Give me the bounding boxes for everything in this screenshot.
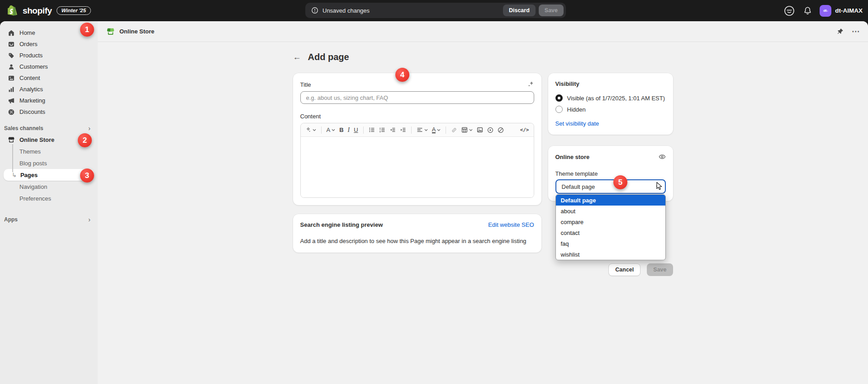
dropdown-option-faq[interactable]: faq [556,238,665,249]
discounts-icon [8,108,15,116]
sidebar-item-label: Preferences [19,195,51,202]
image-icon[interactable] [477,127,483,133]
indent-icon[interactable] [400,127,406,133]
sidekick-icon[interactable] [783,5,795,17]
chevron-right-icon[interactable]: › [88,216,90,223]
sidebar-item-label: Content [19,75,40,81]
title-input[interactable] [300,91,534,104]
magic-wand-icon[interactable] [305,127,316,133]
seo-description: Add a title and description to see how t… [300,237,534,245]
page-footer-actions: Cancel Save [293,263,673,276]
annotation-badge-3: 3 [80,169,94,183]
sidebar-item-navigation[interactable]: Navigation [4,181,94,192]
set-visibility-date-link[interactable]: Set visibility date [555,120,599,127]
magic-sparkle-icon[interactable] [527,81,534,88]
sales-channels-label: Sales channels [4,125,43,131]
sales-channels-header: Sales channels › [0,123,94,134]
rich-text-editor: A B I U [300,123,534,198]
back-arrow-icon[interactable]: ← [293,53,301,61]
video-icon[interactable] [487,127,493,133]
text-style-icon[interactable]: A [327,127,336,133]
alert-icon [311,7,318,14]
page-title: Add page [308,52,349,62]
unsaved-changes-bar: Unsaved changes Discard Save [305,3,566,18]
chevron-down-icon [469,129,473,131]
content-header: Online Store ⋯ [98,21,868,42]
numbered-list-icon[interactable] [379,127,385,133]
notifications-bell-icon[interactable] [803,6,812,15]
sidebar-item-products[interactable]: Products [4,50,94,61]
sidebar-item-orders[interactable]: Orders [4,38,94,50]
sidebar-item-label: Analytics [19,86,43,93]
dropdown-option-compare[interactable]: compare [556,216,665,227]
avatar: dt- [820,5,831,17]
online-store-heading: Online store [555,154,590,160]
sidebar-item-themes[interactable]: Themes [4,145,94,157]
sidebar-item-marketing[interactable]: Marketing [4,95,94,106]
discard-button[interactable]: Discard [503,5,536,16]
screen: shopify Winter '25 Unsaved changes Disca… [0,0,868,384]
annotation-badge-5: 5 [613,175,627,189]
sidebar-item-discounts[interactable]: Discounts [4,106,94,117]
content-textarea[interactable] [301,137,534,197]
text-color-icon[interactable]: A [432,126,441,134]
save-button[interactable]: Save [647,263,673,276]
seo-heading: Search engine listing preview [300,221,383,228]
sidebar-item-blog-posts[interactable]: Blog posts [4,157,94,169]
seo-card: Search engine listing preview Edit websi… [293,214,541,253]
visibility-hidden-option[interactable]: Hidden [555,105,666,114]
edit-website-seo-link[interactable]: Edit website SEO [488,221,534,228]
dropdown-option-about[interactable]: about [556,206,665,216]
dropdown-option-default-page[interactable]: Default page [556,195,665,206]
dropdown-option-contact[interactable]: contact [556,227,665,238]
sidebar-item-customers[interactable]: Customers [4,61,94,72]
overflow-menu-icon[interactable]: ⋯ [852,27,860,36]
topbar: shopify Winter '25 Unsaved changes Disca… [0,0,868,21]
sidebar-item-label: Products [19,52,43,59]
underline-icon[interactable]: U [354,127,358,133]
code-icon[interactable]: </> [520,127,529,132]
customers-icon [8,63,15,70]
clear-formatting-icon[interactable] [498,127,504,133]
visibility-heading: Visibility [555,80,666,87]
outdent-icon[interactable] [389,127,396,133]
cancel-button[interactable]: Cancel [608,263,640,276]
chevron-right-icon[interactable]: › [88,125,90,132]
save-button-top[interactable]: Save [539,5,564,16]
chevron-down-icon [313,129,316,131]
table-icon[interactable] [461,127,473,133]
bulleted-list-icon[interactable] [369,127,375,133]
nav-tree-line [12,144,13,172]
sidebar-item-label: Online Store [19,136,54,143]
editor-toolbar: A B I U [301,123,534,137]
mouse-cursor [655,182,664,192]
sidebar-item-analytics[interactable]: Analytics [4,84,94,95]
italic-icon[interactable]: I [348,127,350,133]
sidebar-item-preferences[interactable]: Preferences [4,192,94,204]
sidebar-item-label: Home [19,29,35,36]
sidebar-item-label: Orders [19,41,38,47]
app-shell: Home Orders Products Customers Content A… [0,21,868,384]
pin-icon[interactable] [836,28,844,35]
apps-label: Apps [4,216,18,223]
visibility-visible-option[interactable]: Visible (as of 1/7/2025, 1:01 AM EST) [555,94,666,103]
account-menu[interactable]: dt- dt-AIMAX [820,5,863,17]
shopify-logo[interactable]: shopify Winter '25 [7,0,91,21]
return-arrow-icon: ↳ [12,172,17,178]
visibility-card: Visibility Visible (as of 1/7/2025, 1:01… [548,73,673,135]
eye-icon[interactable] [659,153,666,160]
dropdown-option-wishlist[interactable]: wishlist [556,249,665,260]
theme-template-label: Theme template [555,170,666,178]
link-icon[interactable] [451,127,457,133]
bold-icon[interactable]: B [339,127,343,133]
sidebar-item-content[interactable]: Content [4,72,94,84]
analytics-icon [8,86,15,93]
theme-template-select[interactable]: Default page [555,179,666,194]
chevron-down-icon [424,129,428,131]
alignment-icon[interactable] [417,127,428,133]
annotation-badge-1: 1 [80,23,94,37]
online-store-green-icon [106,27,115,36]
sidebar-item-label: Blog posts [19,160,47,167]
topbar-right: dt- dt-AIMAX [783,0,863,21]
sidebar-item-label: Pages [20,172,38,178]
